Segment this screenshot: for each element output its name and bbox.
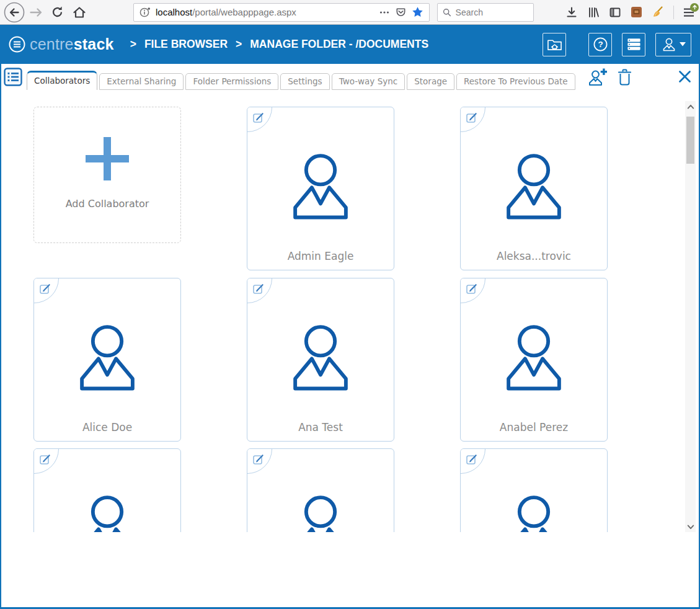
edit-collaborator-button[interactable] [252,112,265,124]
search-input[interactable] [456,7,528,17]
sidebar-toggle-button[interactable] [609,6,621,19]
brand-suffix: stack [74,35,114,53]
panel-menu-button[interactable] [4,68,22,86]
chevron-down-icon [680,42,686,47]
add-collaborator-label: Add Collaborator [66,198,149,210]
site-info-icon[interactable] [140,7,151,18]
add-user-button[interactable] [588,68,607,86]
edit-collaborator-button[interactable] [466,453,478,466]
header-actions: ? [543,33,691,56]
reload-icon [51,6,64,19]
browser-home-button[interactable] [73,6,86,19]
browser-toolbar: localhost/portal/webapppage.aspx [0,0,700,25]
collaborator-card[interactable] [33,448,181,532]
tab-external-sharing[interactable]: External Sharing [99,73,184,90]
breadcrumb-file-browser[interactable]: FILE BROWSER [144,38,228,51]
user-menu-button[interactable] [655,33,691,56]
breadcrumb-manage-folder: MANAGE FOLDER - /DOCUMENTS [250,38,428,51]
breadcrumb: > FILE BROWSER > MANAGE FOLDER - /DOCUME… [130,38,428,51]
collaborator-name: Aleksa...trovic [461,250,607,262]
edit-collaborator-button[interactable] [39,453,51,466]
extension-button-2[interactable] [652,6,664,19]
downloads-button[interactable] [565,6,578,19]
app-menu-button[interactable] [683,7,694,17]
person-icon [503,495,565,532]
collaborator-card[interactable]: Ana Test [247,278,394,442]
collaborator-card[interactable]: Admin Eagle [247,107,394,270]
edit-collaborator-button[interactable] [252,283,265,295]
tab-folder-permissions[interactable]: Folder Permissions [185,73,278,90]
edit-collaborator-button[interactable] [39,283,51,295]
server-list-icon [626,37,642,52]
edit-collaborator-button[interactable] [252,453,265,466]
brand-logo[interactable]: centrestack [9,35,114,53]
collaborator-name: Ana Test [247,421,394,433]
app-header: centrestack > FILE BROWSER > MANAGE FOLD… [1,25,699,64]
broom-icon [652,6,664,19]
scrollbar[interactable] [685,101,696,532]
person-icon [290,153,352,221]
tab-tools [588,68,632,86]
collaborator-card[interactable]: Alice Doe [33,278,181,442]
app-frame: centrestack > FILE BROWSER > MANAGE FOLD… [0,25,700,609]
collaborator-card[interactable] [460,448,608,532]
home-icon [73,6,86,19]
toolbar-separator [673,6,674,19]
update-badge-icon [690,3,699,12]
pocket-icon[interactable] [395,6,407,18]
browser-reload-button[interactable] [51,6,64,19]
edit-icon [252,112,265,124]
edit-icon [466,283,478,295]
sidebar-icon [609,6,621,19]
browser-search-bar[interactable] [437,3,534,22]
home-folder-button[interactable] [543,33,566,56]
add-collaborator-card[interactable]: Add Collaborator [33,107,181,243]
tab-collaborators[interactable]: Collaborators [27,71,97,90]
scrollbar-down-arrow[interactable] [685,522,696,532]
breadcrumb-separator: > [236,38,242,51]
edit-icon [252,283,265,295]
url-bar[interactable]: localhost/portal/webapppage.aspx [133,3,430,22]
browser-back-button[interactable] [4,2,25,23]
browser-forward-button[interactable] [29,5,43,20]
library-icon [587,6,600,19]
scrollbar-thumb[interactable] [686,117,694,164]
edit-collaborator-button[interactable] [466,283,478,295]
page-actions-icon[interactable] [379,7,390,18]
url-host: localhost [156,7,192,17]
close-panel-button[interactable] [678,70,691,83]
person-icon [76,495,138,532]
collaborator-name: Alice Doe [34,421,180,433]
edit-collaborator-button[interactable] [466,112,478,124]
library-button[interactable] [587,6,600,19]
tab-settings[interactable]: Settings [280,73,329,90]
extension-icon [631,6,642,18]
edit-icon [252,453,265,466]
tab-restore-previous-date[interactable]: Restore To Previous Date [456,73,575,90]
collaborator-card[interactable]: Aleksa...trovic [460,107,608,270]
delete-collaborator-button[interactable] [617,68,632,86]
svg-text:?: ? [598,40,603,49]
breadcrumb-separator: > [130,38,136,51]
home-folder-icon [547,37,562,52]
collaborator-name: Anabel Perez [461,421,607,433]
device-list-button[interactable] [622,33,645,56]
collaborator-card[interactable] [247,448,394,532]
add-user-icon [588,68,607,86]
screen: localhost/portal/webapppage.aspx [0,0,700,609]
tab-storage[interactable]: Storage [407,73,454,90]
edit-icon [466,112,478,124]
extension-button-1[interactable] [631,6,642,18]
tab-two-way-sync[interactable]: Two-way Sync [332,73,405,90]
forward-icon [29,5,43,20]
centrestack-logo-icon [9,36,25,53]
trash-icon [617,68,632,86]
back-icon [4,2,25,23]
collaborator-card[interactable]: Anabel Perez [460,278,608,442]
scrollbar-up-arrow[interactable] [685,101,696,112]
help-button[interactable]: ? [588,33,612,56]
bookmark-star-icon[interactable] [412,6,423,18]
brand-name: centrestack [30,35,114,53]
person-icon [290,495,352,532]
collaborators-panel: Add Collaborator Admin Eagle [1,90,699,532]
